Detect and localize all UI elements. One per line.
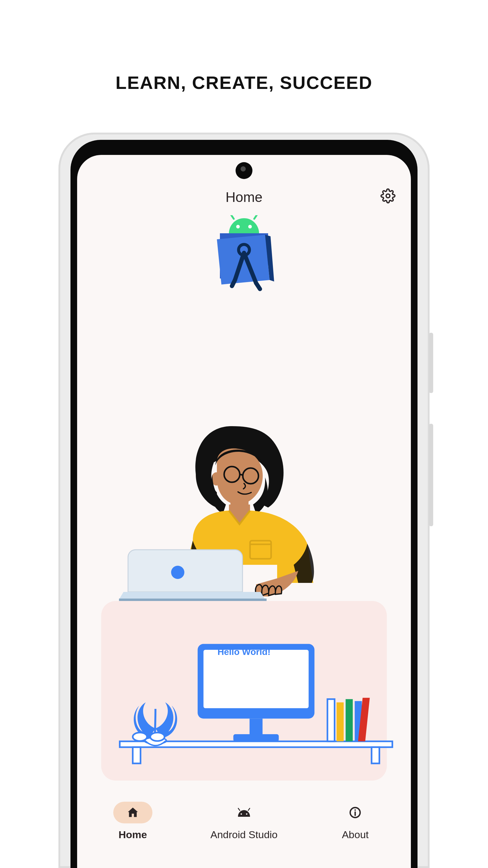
svg-point-1	[236, 225, 240, 228]
svg-line-3	[230, 215, 234, 219]
nav-icon-pill	[335, 802, 375, 824]
svg-rect-25	[233, 734, 279, 741]
home-icon	[126, 806, 139, 819]
android-studio-logo	[211, 215, 277, 300]
nav-label: Android Studio	[210, 829, 278, 841]
svg-point-32	[246, 813, 248, 815]
bottom-navigation: Home Android Studio	[77, 793, 411, 868]
nav-icon-pill	[113, 802, 153, 824]
desk-card: Hello World!	[101, 601, 387, 781]
app-top-bar: Home	[77, 185, 411, 209]
nav-icon-pill	[224, 802, 264, 824]
phone-frame-inner: Home	[70, 140, 418, 868]
svg-point-19	[133, 733, 147, 741]
svg-line-33	[238, 808, 240, 810]
svg-rect-26	[327, 699, 335, 741]
svg-rect-24	[250, 718, 262, 735]
nav-label: About	[342, 829, 369, 841]
monitor-text: Hello World!	[199, 647, 289, 657]
nav-label: Home	[119, 829, 147, 841]
info-icon	[349, 806, 362, 819]
svg-point-31	[241, 813, 242, 815]
svg-line-4	[254, 215, 258, 219]
svg-rect-23	[203, 650, 308, 708]
phone-frame-outer: Home	[59, 133, 429, 868]
settings-button[interactable]	[380, 187, 396, 204]
front-camera-notch	[235, 162, 253, 179]
svg-line-34	[248, 808, 250, 810]
svg-point-37	[355, 809, 356, 811]
svg-rect-27	[336, 702, 344, 741]
svg-line-9	[240, 474, 243, 475]
svg-rect-14	[119, 598, 267, 601]
page-title: Home	[226, 189, 263, 205]
marketing-tagline: LEARN, CREATE, SUCCEED	[0, 72, 488, 93]
phone-screen: Home	[77, 155, 411, 868]
android-icon	[237, 807, 251, 818]
nav-tab-android-studio[interactable]: Android Studio	[188, 802, 299, 841]
phone-side-button	[429, 333, 433, 393]
svg-rect-17	[372, 747, 380, 764]
svg-point-20	[150, 733, 164, 741]
svg-rect-28	[346, 699, 353, 741]
svg-point-13	[171, 566, 184, 579]
nav-tab-about[interactable]: About	[300, 802, 411, 841]
person-coding-illustration	[77, 414, 411, 601]
hero-illustration: Hello World!	[77, 414, 411, 781]
phone-side-button	[429, 424, 433, 526]
svg-rect-16	[133, 747, 141, 764]
svg-point-0	[386, 194, 390, 198]
desk-scene-illustration	[113, 619, 399, 799]
nav-tab-home[interactable]: Home	[77, 802, 188, 841]
svg-point-2	[248, 225, 252, 228]
gear-icon	[381, 188, 395, 204]
